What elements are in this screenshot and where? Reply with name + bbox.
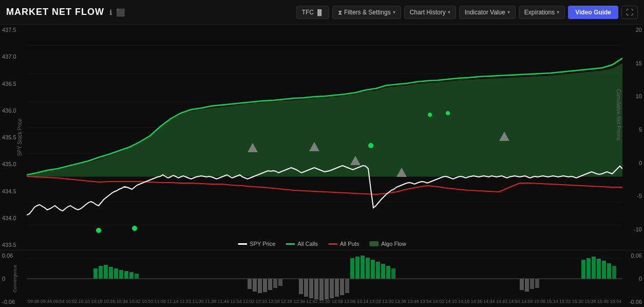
tfc-button[interactable]: TFC ▐▌ [296, 6, 329, 19]
legend-spy-color [238, 243, 247, 245]
svg-point-14 [96, 228, 101, 233]
svg-rect-45 [607, 263, 611, 279]
convergence-chart: 0.06 0 -0.06 0.06 0 -0.06 Convergence [0, 250, 644, 307]
svg-rect-30 [135, 274, 139, 279]
legend-algo-color [369, 241, 378, 246]
chart-container: 437.5 437.0 436.5 436.0 435.5 435.0 434.… [0, 25, 644, 307]
chart-history-label: Chart History [410, 9, 446, 16]
main-chart-svg [27, 25, 622, 236]
y-axis-right-label: Cumulative Net Prems [615, 89, 621, 140]
svg-rect-34 [366, 258, 370, 279]
svg-rect-44 [602, 261, 606, 279]
legend-all-puts: All Puts [328, 241, 359, 247]
convergence-y-right: 0.06 0 -0.06 [622, 250, 644, 307]
svg-rect-27 [119, 270, 123, 279]
svg-rect-41 [586, 258, 591, 279]
svg-rect-51 [268, 279, 272, 290]
svg-rect-54 [299, 279, 303, 294]
svg-rect-63 [345, 279, 349, 293]
svg-rect-67 [535, 279, 539, 288]
svg-rect-66 [530, 279, 534, 289]
legend-all-calls: All Calls [286, 241, 318, 247]
svg-rect-36 [376, 262, 380, 279]
svg-rect-39 [391, 268, 395, 279]
svg-rect-65 [525, 279, 529, 292]
svg-rect-42 [592, 257, 596, 279]
svg-rect-32 [355, 257, 359, 279]
indicator-chevron-icon: ▾ [507, 9, 510, 15]
svg-rect-37 [381, 264, 385, 279]
header-controls: TFC ▐▌ ⧗ Filters & Settings ▾ Chart Hist… [296, 6, 638, 19]
legend-calls-color [286, 243, 295, 245]
svg-rect-43 [597, 259, 601, 279]
expirations-button[interactable]: Expirations ▾ [519, 6, 565, 19]
svg-rect-48 [253, 279, 257, 292]
info-icon[interactable]: ℹ [109, 8, 112, 16]
svg-rect-24 [104, 265, 108, 279]
y-axis-left-label: SPY Stock Price [17, 118, 23, 156]
main-chart: 437.5 437.0 436.5 436.0 435.5 435.0 434.… [0, 25, 644, 250]
svg-marker-8 [27, 63, 622, 176]
svg-rect-38 [386, 266, 390, 279]
header-icon-group: ℹ ⬛ [109, 8, 125, 16]
convergence-label: Convergence [12, 265, 17, 293]
svg-rect-47 [248, 279, 252, 289]
svg-rect-25 [109, 267, 113, 279]
svg-point-15 [132, 226, 137, 231]
chart-history-button[interactable]: Chart History ▾ [404, 6, 456, 19]
filters-label: Filters & Settings [344, 9, 391, 16]
svg-rect-23 [99, 266, 103, 279]
tfc-label: TFC [302, 9, 314, 16]
svg-rect-46 [612, 266, 616, 279]
indicator-value-button[interactable]: Indicator Value ▾ [459, 6, 516, 19]
svg-rect-33 [361, 256, 365, 279]
filters-chevron-icon: ▾ [393, 9, 395, 15]
svg-rect-64 [520, 279, 524, 290]
svg-rect-52 [273, 279, 277, 288]
svg-point-16 [368, 143, 373, 148]
header: MARKET NET FLOW ℹ ⬛ TFC ▐▌ ⧗ Filters & S… [0, 0, 644, 25]
svg-rect-28 [124, 271, 128, 279]
svg-rect-53 [278, 279, 282, 286]
svg-rect-35 [371, 260, 375, 279]
svg-rect-31 [350, 258, 354, 279]
video-guide-button[interactable]: Video Guide [568, 6, 618, 19]
expirations-chevron-icon: ▾ [557, 9, 559, 15]
page-title: MARKET NET FLOW [6, 7, 104, 17]
expirations-label: Expirations [524, 9, 555, 16]
svg-rect-49 [258, 279, 262, 293]
svg-rect-29 [129, 272, 134, 279]
x-axis: 09:38 09:46 09:54 10:02 10:10 10:18 10:2… [27, 296, 622, 307]
indicator-value-label: Indicator Value [465, 9, 505, 16]
legend-spy-price: SPY Price [238, 241, 275, 247]
legend-algo-flow: Algo Flow [369, 241, 406, 247]
svg-point-17 [428, 113, 432, 117]
svg-rect-62 [340, 279, 344, 295]
chart-history-chevron-icon: ▾ [448, 9, 450, 15]
legend-puts-color [328, 243, 337, 245]
camera-icon[interactable]: ⬛ [116, 8, 125, 16]
y-axis-left: 437.5 437.0 436.5 436.0 435.5 435.0 434.… [0, 25, 27, 250]
svg-rect-22 [93, 268, 98, 279]
svg-point-18 [446, 111, 450, 115]
svg-rect-50 [263, 279, 267, 292]
y-axis-right: 20 15 10 5 0 -5 -10 [623, 25, 644, 234]
chart-legend: SPY Price All Calls All Puts Algo Flow [238, 241, 406, 247]
svg-rect-26 [114, 268, 118, 279]
svg-rect-61 [335, 279, 339, 297]
filters-button[interactable]: ⧗ Filters & Settings ▾ [332, 6, 401, 19]
expand-button[interactable]: ⛶ [621, 6, 638, 19]
svg-rect-40 [581, 260, 585, 279]
svg-rect-55 [304, 279, 308, 297]
